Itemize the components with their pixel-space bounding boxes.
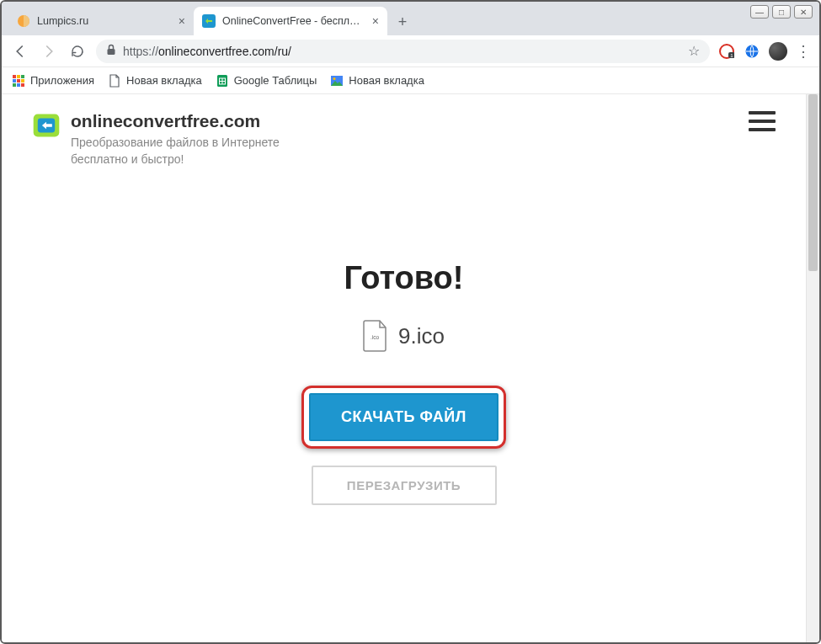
address-bar[interactable]: https://onlineconvertfree.com/ru/ ☆ <box>96 40 710 63</box>
tab-close-icon[interactable]: × <box>372 14 379 28</box>
svg-rect-14 <box>17 83 20 87</box>
bookmark-new-tab-1[interactable]: Новая вкладка <box>108 74 202 88</box>
bookmark-new-tab-2[interactable]: Новая вкладка <box>330 74 424 88</box>
result-file-row: .ico 9.ico <box>32 320 776 352</box>
browser-toolbar: https://onlineconvertfree.com/ru/ ☆ 1 ⋮ <box>2 35 819 67</box>
bookmark-label: Google Таблицы <box>234 74 317 87</box>
window-minimize-button[interactable]: — <box>750 5 769 19</box>
site-brand[interactable]: onlineconvertfree.com Преобразование фай… <box>32 111 290 168</box>
extension-icon-2[interactable] <box>744 43 760 60</box>
site-name: onlineconvertfree.com <box>71 111 290 131</box>
svg-rect-9 <box>21 75 24 78</box>
bookmark-star-icon[interactable]: ☆ <box>688 43 700 59</box>
svg-rect-7 <box>13 75 16 78</box>
browser-menu-button[interactable]: ⋮ <box>796 42 811 61</box>
svg-rect-15 <box>21 83 24 87</box>
tab-strip: Lumpics.ru × OnlineConvertFree - бесплат… <box>2 2 819 35</box>
done-heading: Готово! <box>32 260 776 296</box>
site-slogan: Преобразование файлов в Интернете беспла… <box>71 135 290 168</box>
tab-onlineconvertfree[interactable]: OnlineConvertFree - бесплатный × <box>194 7 387 35</box>
svg-point-21 <box>333 77 336 80</box>
extension-icon-1[interactable]: 1 <box>718 43 735 60</box>
tab-lumpics[interactable]: Lumpics.ru × <box>8 7 194 35</box>
sheets-icon <box>216 74 229 88</box>
site-logo-icon <box>32 111 61 140</box>
page-icon <box>108 74 121 88</box>
page-content: onlineconvertfree.com Преобразование фай… <box>2 94 806 644</box>
favicon-ocf <box>202 14 216 28</box>
site-header: onlineconvertfree.com Преобразование фай… <box>32 111 776 168</box>
file-ico-icon: .ico <box>363 320 388 352</box>
svg-rect-13 <box>13 83 16 87</box>
download-highlight: СКАЧАТЬ ФАЙЛ <box>301 386 506 449</box>
profile-avatar[interactable] <box>769 42 787 61</box>
svg-rect-8 <box>17 75 20 78</box>
tab-title: Lumpics.ru <box>37 15 172 27</box>
bookmark-label: Новая вкладка <box>349 74 424 87</box>
back-button[interactable] <box>10 41 30 61</box>
bookmark-label: Приложения <box>30 74 94 87</box>
download-button[interactable]: СКАЧАТЬ ФАЙЛ <box>309 393 498 441</box>
window-close-button[interactable]: ✕ <box>794 5 813 19</box>
svg-text:.ico: .ico <box>371 334 380 340</box>
vertical-scrollbar[interactable] <box>806 94 819 644</box>
window-controls: — □ ✕ <box>750 5 813 19</box>
url-text: https://onlineconvertfree.com/ru/ <box>123 45 681 58</box>
tab-title: OnlineConvertFree - бесплатный <box>222 15 365 27</box>
picture-icon <box>330 74 344 88</box>
bookmark-label: Новая вкладка <box>126 74 202 87</box>
main-content: Готово! .ico 9.ico СКАЧАТЬ ФАЙЛ ПЕРЕЗАГР… <box>32 260 776 505</box>
bookmark-apps[interactable]: Приложения <box>12 74 94 88</box>
reload-button[interactable] <box>67 41 88 61</box>
new-tab-button[interactable]: + <box>391 10 414 34</box>
apps-icon <box>12 74 25 88</box>
svg-rect-11 <box>17 79 20 82</box>
window-maximize-button[interactable]: □ <box>772 5 791 19</box>
bookmark-google-sheets[interactable]: Google Таблицы <box>216 74 317 88</box>
forward-button[interactable] <box>39 41 59 61</box>
svg-rect-2 <box>108 49 115 55</box>
page-viewport: onlineconvertfree.com Преобразование фай… <box>2 94 819 644</box>
scrollbar-thumb[interactable] <box>808 94 818 271</box>
site-menu-button[interactable] <box>749 111 776 131</box>
favicon-lumpics <box>17 14 30 28</box>
result-filename: 9.ico <box>398 323 445 349</box>
svg-rect-12 <box>21 79 24 82</box>
lock-icon <box>106 44 116 58</box>
tab-close-icon[interactable]: × <box>179 14 185 28</box>
bookmarks-bar: Приложения Новая вкладка Google Таблицы … <box>2 67 819 94</box>
svg-rect-10 <box>13 79 16 82</box>
reload-file-button[interactable]: ПЕРЕЗАГРУЗИТЬ <box>312 466 497 505</box>
